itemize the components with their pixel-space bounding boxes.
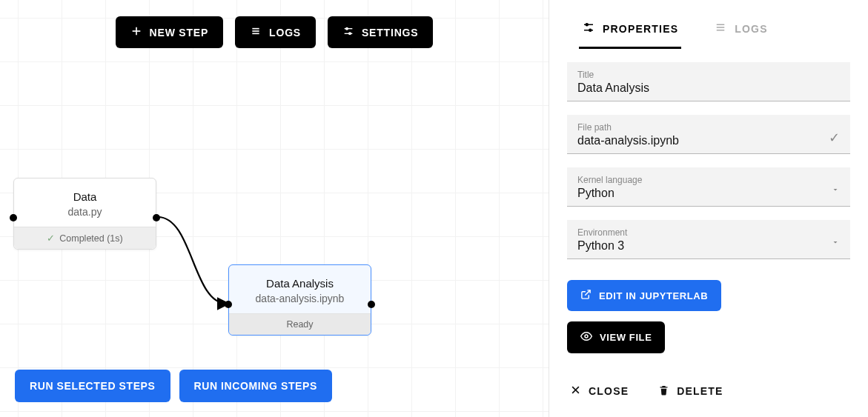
chevron-down-icon (831, 236, 840, 253)
node-title: Data Analysis (236, 277, 363, 290)
panel-tabs: PROPERTIES LOGS (567, 13, 850, 49)
edit-jupyter-label: EDIT IN JUPYTERLAB (599, 290, 708, 301)
view-file-button[interactable]: VIEW FILE (567, 321, 665, 353)
pipeline-canvas[interactable]: NEW STEP LOGS SETTINGS (0, 0, 549, 417)
svg-point-6 (346, 27, 348, 30)
environment-field[interactable]: Environment Python 3 (567, 220, 850, 259)
run-incoming-button[interactable]: RUN INCOMING STEPS (179, 370, 332, 402)
step-node-data[interactable]: Data data.py ✓ Completed (1s) (13, 178, 156, 250)
tab-properties-label: PROPERTIES (603, 23, 678, 35)
field-label: Environment (577, 227, 824, 238)
panel-footer: CLOSE DELETE (567, 380, 850, 402)
check-icon: ✓ (829, 130, 840, 147)
eye-icon (580, 330, 592, 344)
input-port[interactable] (10, 214, 17, 221)
kernel-field[interactable]: Kernel language Python (567, 167, 850, 207)
output-port[interactable] (368, 301, 375, 308)
canvas-toolbar: NEW STEP LOGS SETTINGS (0, 16, 549, 48)
svg-line-16 (585, 290, 590, 296)
node-status: ✓ Completed (1s) (14, 227, 156, 249)
node-status-text: Ready (286, 319, 313, 330)
node-file: data-analysis.ipynb (236, 293, 363, 304)
node-file: data.py (21, 206, 148, 218)
logs-button[interactable]: LOGS (235, 16, 316, 48)
field-value: data-analysis.ipynb (577, 134, 821, 147)
node-status: Ready (229, 313, 371, 335)
properties-panel: PROPERTIES LOGS Title Data Analysis File… (549, 0, 868, 417)
settings-label: SETTINGS (362, 27, 418, 39)
field-value: Data Analysis (577, 81, 840, 95)
logs-label: LOGS (269, 27, 301, 39)
field-label: Title (577, 70, 840, 80)
svg-point-17 (585, 335, 588, 338)
close-icon (570, 384, 581, 398)
delete-label: DELETE (677, 385, 723, 397)
field-label: File path (577, 122, 821, 133)
node-status-text: Completed (1s) (59, 233, 122, 244)
list-icon (714, 21, 727, 36)
open-external-icon (580, 289, 592, 302)
edit-jupyterlab-button[interactable]: EDIT IN JUPYTERLAB (567, 280, 721, 311)
tab-properties[interactable]: PROPERTIES (579, 13, 681, 49)
delete-button[interactable]: DELETE (658, 384, 723, 398)
list-icon (250, 25, 262, 39)
check-icon: ✓ (47, 233, 55, 244)
title-field[interactable]: Title Data Analysis (567, 62, 850, 101)
svg-point-12 (589, 29, 592, 31)
step-node-data-analysis[interactable]: Data Analysis data-analysis.ipynb Ready (228, 264, 371, 336)
svg-point-10 (586, 24, 588, 26)
close-button[interactable]: CLOSE (570, 384, 629, 398)
filepath-field[interactable]: File path data-analysis.ipynb ✓ (567, 115, 850, 154)
panel-actions: EDIT IN JUPYTERLAB VIEW FILE (567, 280, 850, 353)
settings-button[interactable]: SETTINGS (328, 16, 433, 48)
new-step-button[interactable]: NEW STEP (116, 16, 224, 48)
close-label: CLOSE (589, 385, 629, 397)
run-toolbar: RUN SELECTED STEPS RUN INCOMING STEPS (15, 370, 332, 402)
new-step-label: NEW STEP (150, 27, 209, 39)
trash-icon (658, 384, 669, 398)
sliders-icon (342, 25, 354, 39)
field-value: Python (577, 187, 824, 200)
tab-logs-label: LOGS (735, 23, 767, 35)
field-label: Kernel language (577, 175, 824, 185)
chevron-down-icon (831, 184, 840, 200)
plus-icon (130, 25, 142, 39)
output-port[interactable] (153, 214, 160, 221)
node-title: Data (21, 190, 148, 203)
run-selected-button[interactable]: RUN SELECTED STEPS (15, 370, 170, 402)
svg-point-8 (349, 33, 351, 35)
view-file-label: VIEW FILE (600, 332, 652, 343)
input-port[interactable] (225, 301, 232, 308)
field-value: Python 3 (577, 239, 824, 253)
tab-logs[interactable]: LOGS (711, 13, 770, 49)
sliders-icon (582, 21, 595, 36)
